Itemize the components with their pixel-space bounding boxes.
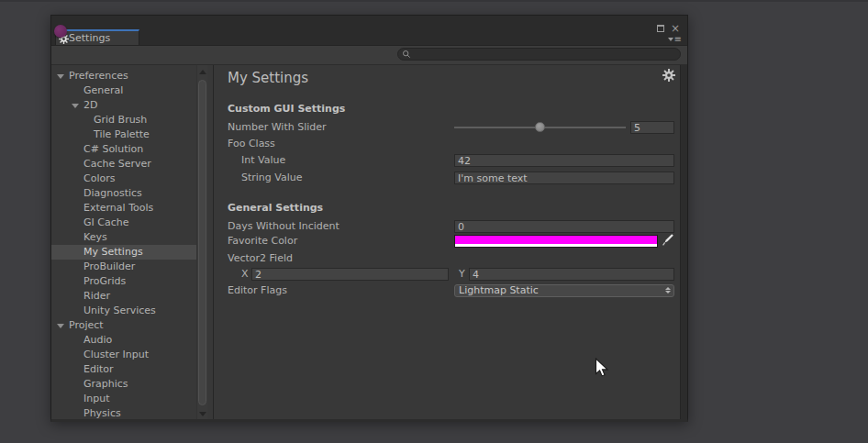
window-frame-edge: [680, 65, 687, 419]
collapse-caret-icon[interactable]: [72, 104, 79, 108]
tab-settings[interactable]: Settings: [55, 29, 139, 45]
sidebar-item-preferences[interactable]: Preferences: [51, 69, 196, 83]
sidebar-item-rider[interactable]: Rider: [51, 289, 196, 304]
mouse-cursor: [595, 358, 610, 379]
tab-label: Settings: [69, 32, 110, 44]
collapse-caret-icon[interactable]: [57, 74, 64, 79]
sidebar-item-gi-cache[interactable]: GI Cache: [51, 216, 196, 230]
field-label-string-value: String Value: [241, 172, 303, 184]
sidebar-item-general[interactable]: General: [51, 83, 196, 98]
editor-flags-dropdown[interactable]: Lightmap Static: [454, 284, 674, 297]
sidebar-item-cache-server[interactable]: Cache Server: [51, 157, 196, 172]
page-title: My Settings: [228, 70, 308, 86]
menu-lines-icon: ≡: [674, 34, 682, 44]
window-titlebar: Settings × ≡: [51, 16, 687, 46]
settings-tree: Preferences General 2D Grid Brush Tile P…: [51, 65, 196, 419]
sidebar-item-progrids[interactable]: ProGrids: [51, 274, 196, 289]
collapse-caret-icon[interactable]: [57, 324, 64, 328]
field-label-vector2: Vector2 Field: [228, 252, 293, 265]
sidebar-content-divider: [207, 65, 214, 419]
window-menu-icon[interactable]: ≡: [668, 34, 682, 44]
screen: { "window": { "tab_title": "Settings", "…: [0, 0, 868, 443]
sidebar-item-diagnostics[interactable]: Diagnostics: [51, 186, 196, 201]
sidebar-item-project[interactable]: Project: [51, 318, 196, 333]
vector2-x-field[interactable]: [251, 268, 449, 281]
sidebar-item-colors[interactable]: Colors: [51, 172, 196, 186]
number-slider-thumb[interactable]: [535, 122, 545, 132]
scroll-down-icon[interactable]: [199, 412, 206, 416]
sidebar-item-cluster-input[interactable]: Cluster Input: [51, 348, 196, 362]
section-heading-general: General Settings: [228, 202, 323, 214]
vector2-y-label: Y: [459, 268, 465, 281]
field-label-favorite-color: Favorite Color: [228, 235, 297, 248]
scrollbar-thumb[interactable]: [198, 80, 206, 405]
days-without-incident-field[interactable]: [454, 220, 674, 233]
sidebar-item-audio[interactable]: Audio: [51, 333, 196, 348]
collab-status-dot-icon: [54, 25, 67, 38]
field-label-days-without-incident: Days Without Incident: [228, 220, 339, 233]
field-label-editor-flags: Editor Flags: [228, 284, 287, 297]
string-value-field[interactable]: [454, 172, 674, 184]
sidebar-item-external-tools[interactable]: External Tools: [51, 201, 196, 216]
search-toolbar: [51, 46, 687, 65]
sidebar-item-csharp-solution[interactable]: C# Solution: [51, 142, 196, 157]
sidebar-scrollbar[interactable]: [196, 65, 207, 419]
settings-window: Settings × ≡ Preferences General 2D Grid: [50, 15, 688, 422]
field-label-int-value: Int Value: [241, 154, 285, 167]
field-label-number-with-slider: Number With Slider: [228, 121, 327, 134]
search-box[interactable]: [397, 48, 681, 61]
search-icon: [402, 50, 411, 59]
menu-caret-icon: [668, 38, 673, 41]
field-label-foo-class: Foo Class: [228, 138, 275, 150]
sidebar-item-probuilder[interactable]: ProBuilder: [51, 260, 196, 274]
main-area: Preferences General 2D Grid Brush Tile P…: [51, 65, 687, 419]
color-alpha-bar: [455, 244, 657, 247]
section-heading-custom-gui: Custom GUI Settings: [228, 103, 345, 115]
close-icon[interactable]: ×: [671, 24, 680, 33]
eyedropper-icon[interactable]: [661, 233, 674, 248]
maximize-icon[interactable]: [657, 25, 664, 32]
sidebar-item-grid-brush[interactable]: Grid Brush: [51, 113, 196, 127]
sidebar-item-editor[interactable]: Editor: [51, 362, 196, 377]
vector2-x-label: X: [241, 268, 249, 281]
gear-icon[interactable]: [662, 69, 675, 82]
sidebar-item-physics[interactable]: Physics: [51, 406, 196, 419]
sidebar-item-graphics[interactable]: Graphics: [51, 377, 196, 392]
number-slider-value-field[interactable]: [630, 121, 674, 134]
sidebar-item-keys[interactable]: Keys: [51, 230, 196, 245]
sidebar-item-my-settings[interactable]: My Settings: [51, 245, 196, 260]
sidebar-item-unity-services[interactable]: Unity Services: [51, 304, 196, 318]
favorite-color-swatch[interactable]: [454, 235, 658, 248]
sidebar-item-input[interactable]: Input: [51, 392, 196, 406]
scroll-up-icon[interactable]: [199, 70, 206, 74]
sidebar-item-2d[interactable]: 2D: [51, 98, 196, 113]
search-input[interactable]: [411, 48, 680, 61]
sidebar-item-tile-palette[interactable]: Tile Palette: [51, 127, 196, 142]
dropdown-arrows-icon: [665, 287, 671, 293]
vector2-y-field[interactable]: [469, 268, 674, 281]
int-value-field[interactable]: [454, 154, 674, 167]
editor-flags-value: Lightmap Static: [459, 284, 539, 296]
